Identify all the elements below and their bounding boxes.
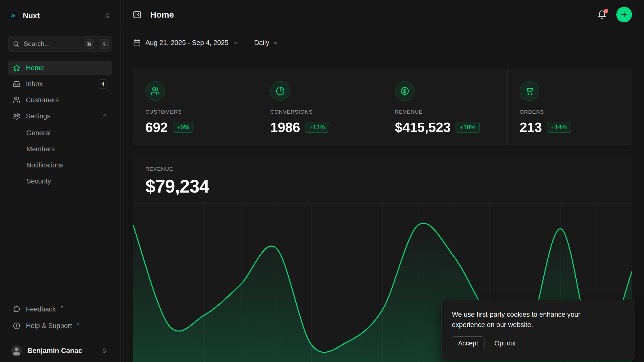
chevrons-up-down-icon[interactable]	[102, 11, 112, 20]
user-menu[interactable]: Benjamin Canac	[0, 340, 120, 362]
chevron-down-icon	[233, 40, 239, 46]
cookie-optout-button[interactable]: Opt out	[495, 339, 516, 347]
date-range-value: Aug 21, 2025 - Sep 4, 2025	[145, 39, 228, 47]
user-name: Benjamin Canac	[27, 347, 94, 355]
nuxt-logo-icon	[8, 11, 18, 21]
stat-label: REVENUE	[395, 109, 495, 115]
sidebar: Nuxt Search... ⌘ K Home	[0, 0, 120, 362]
stat-card-customers[interactable]: CUSTOMERS 692 +6%	[133, 69, 258, 145]
sidebar-item-general[interactable]: General	[26, 125, 112, 141]
date-range-picker[interactable]: Aug 21, 2025 - Sep 4, 2025	[133, 36, 239, 49]
page-title: Home	[150, 10, 596, 20]
revenue-panel-value: $79,234	[145, 176, 620, 197]
cookie-accept-button[interactable]: Accept	[452, 336, 485, 350]
workspace-selector[interactable]: Nuxt	[8, 10, 112, 21]
sidebar-item-security[interactable]: Security	[26, 173, 112, 189]
add-button[interactable]	[616, 7, 632, 22]
settings-subnav: General Members Notifications Security	[18, 125, 112, 189]
info-circle-icon	[13, 322, 20, 330]
sidebar-footer-links: Feedback Help & Support	[8, 301, 112, 334]
arrow-up-right-icon	[75, 322, 80, 327]
sidebar-item-members[interactable]: Members	[26, 141, 112, 157]
stat-label: ORDERS	[520, 109, 620, 115]
sidebar-item-notifications[interactable]: Notifications	[26, 157, 112, 173]
period-select[interactable]: Daily	[254, 36, 279, 49]
stat-value: 1986	[270, 119, 300, 135]
stat-change-badge: +13%	[305, 122, 329, 133]
stat-label: CONVERSIONS	[270, 109, 371, 115]
plus-icon	[620, 11, 628, 19]
kbd-cmd: ⌘	[85, 39, 94, 49]
sidebar-spacer	[8, 189, 112, 301]
stat-value: 213	[520, 119, 542, 135]
gear-icon	[13, 112, 20, 120]
sidebar-item-inbox[interactable]: Inbox 4	[8, 77, 112, 91]
chevrons-up-down-icon	[99, 346, 109, 355]
top-toolbar: Home	[120, 0, 644, 29]
users-icon	[13, 96, 20, 104]
help-support-link[interactable]: Help & Support	[8, 318, 112, 334]
stat-change-badge: +14%	[547, 122, 571, 133]
sidebar-item-label: Inbox	[26, 80, 93, 88]
users-icon	[145, 81, 165, 101]
notification-dot	[604, 9, 608, 13]
panel-left-close-icon	[133, 10, 142, 19]
stat-value: $415,523	[395, 119, 451, 135]
kbd-k: K	[100, 39, 109, 49]
help-support-label: Help & Support	[26, 322, 72, 330]
pie-chart-icon	[270, 81, 290, 101]
stat-card-orders[interactable]: ORDERS 213 +14%	[507, 69, 632, 145]
chevron-up-icon	[101, 112, 107, 120]
chat-bubble-icon	[13, 305, 20, 313]
filter-toolbar: Aug 21, 2025 - Sep 4, 2025 Daily	[120, 29, 644, 56]
inbox-icon	[13, 80, 20, 88]
stat-card-revenue[interactable]: REVENUE $415,523 +18%	[383, 69, 507, 145]
sidebar-item-label: Settings	[26, 112, 95, 120]
feedback-label: Feedback	[26, 305, 56, 313]
notifications-button[interactable]	[596, 8, 608, 21]
sidebar-item-label: Customers	[26, 96, 107, 104]
stat-label: CUSTOMERS	[145, 109, 246, 115]
revenue-panel-label: REVENUE	[145, 166, 620, 172]
dollar-circle-icon	[395, 81, 415, 101]
sidebar-item-settings[interactable]: Settings	[8, 109, 112, 123]
stats-cards: CUSTOMERS 692 +6% CONVERSIONS 1986	[133, 69, 632, 145]
feedback-link[interactable]: Feedback	[8, 301, 112, 318]
sidebar-nav: Home Inbox 4 Customers	[8, 61, 112, 189]
arrow-up-right-icon	[59, 305, 64, 310]
sidebar-item-label: Home	[26, 64, 107, 72]
stat-value: 692	[145, 119, 168, 135]
avatar	[11, 345, 22, 356]
app-window: Nuxt Search... ⌘ K Home	[0, 0, 644, 362]
brand-name: Nuxt	[23, 11, 98, 20]
home-icon	[13, 64, 20, 72]
sidebar-collapse-button[interactable]	[133, 10, 142, 19]
chevron-down-icon	[273, 40, 279, 46]
search-input[interactable]: Search... ⌘ K	[8, 36, 112, 52]
inbox-count-badge: 4	[98, 79, 107, 89]
stat-change-badge: +6%	[173, 122, 194, 133]
search-placeholder: Search...	[24, 40, 79, 48]
cart-icon	[520, 81, 539, 101]
sidebar-item-home[interactable]: Home	[8, 61, 112, 75]
cookie-message: We use first-party cookies to enhance yo…	[452, 309, 615, 330]
period-value: Daily	[254, 39, 269, 47]
stat-change-badge: +18%	[456, 122, 480, 133]
sidebar-item-customers[interactable]: Customers	[8, 93, 112, 107]
cookie-banner: We use first-party cookies to enhance yo…	[441, 300, 635, 360]
search-icon	[13, 40, 20, 48]
calendar-icon	[133, 39, 141, 47]
stat-card-conversions[interactable]: CONVERSIONS 1986 +13%	[258, 69, 383, 145]
